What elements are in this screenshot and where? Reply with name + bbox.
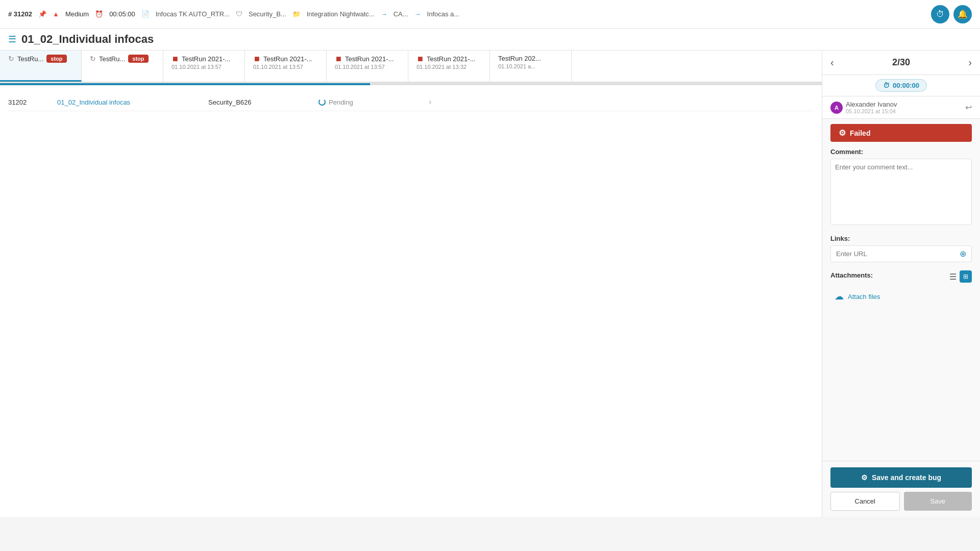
rp-nav-counter: 2/30 bbox=[892, 57, 910, 68]
row-chevron-icon: › bbox=[429, 97, 431, 107]
tab-2-name: TestRu... bbox=[99, 55, 125, 63]
attachments-section: Attachments: ☰ ⊞ ☁ Attach files bbox=[822, 266, 980, 310]
tab-1-spin: ↻ bbox=[8, 55, 14, 63]
top-header: # 31202 📌 ▲ Medium ⏰ 00:05:00 📄 Infocas … bbox=[0, 0, 980, 29]
grid-view-icon: ⊞ bbox=[963, 273, 968, 280]
links-label: Links: bbox=[830, 235, 972, 242]
comment-label: Comment: bbox=[830, 148, 972, 156]
tab-5[interactable]: ⏹ TestRun 2021-... 01.10.2021 at 13:57 bbox=[327, 51, 408, 82]
page-title-bar: ☰ 01_02_Individual infocas bbox=[0, 29, 980, 51]
tab-1-stop-button[interactable]: stop bbox=[46, 55, 66, 63]
attachments-header: Attachments: ☰ ⊞ bbox=[830, 270, 972, 283]
tab-3-fail-icon: ⏹ bbox=[172, 55, 179, 63]
shield-icon: 🛡 bbox=[236, 10, 242, 18]
url-input[interactable] bbox=[836, 250, 957, 258]
hamburger-icon[interactable]: ☰ bbox=[8, 34, 16, 45]
nav-arrow2: → bbox=[414, 10, 421, 18]
pin-icon: 📌 bbox=[38, 10, 46, 18]
row-status: Pending bbox=[318, 98, 421, 106]
cancel-button[interactable]: Cancel bbox=[830, 492, 900, 511]
clock-icon: ⏰ bbox=[95, 10, 103, 18]
tab-2[interactable]: ↻ TestRu... stop bbox=[82, 51, 163, 82]
tab-6-fail-icon: ⏹ bbox=[416, 55, 424, 63]
file3-label: Integration Nightwatc... bbox=[307, 10, 375, 18]
save-button[interactable]: Save bbox=[904, 492, 972, 511]
cloud-upload-icon: ☁ bbox=[835, 291, 844, 302]
timer-value: 00:00:00 bbox=[893, 82, 919, 89]
right-panel: ‹ 2/30 › ⏱ 00:00:00 A Alexander Ivanov 0… bbox=[822, 51, 980, 517]
tab-6-name: TestRun 2021-... bbox=[427, 55, 475, 63]
attach-files-area[interactable]: ☁ Attach files bbox=[830, 287, 972, 306]
tab-1-name: TestRu... bbox=[17, 55, 43, 63]
tab-4-name: TestRun 2021-... bbox=[263, 55, 312, 63]
attach-grid-view-button[interactable]: ⊞ bbox=[960, 270, 972, 283]
tab-3-name: TestRun 2021-... bbox=[182, 55, 230, 63]
tab-4[interactable]: ⏹ TestRun 2021-... 01.10.2021 at 13:57 bbox=[245, 51, 327, 82]
tab-6-date: 01.10.2021 at 13:32 bbox=[416, 64, 467, 70]
nav-prev-button[interactable]: ‹ bbox=[830, 57, 834, 68]
rp-user-row: A Alexander Ivanov 05.10.2021 at 15:04 ↩ bbox=[822, 96, 980, 119]
notifications-button[interactable]: 🔔 bbox=[953, 5, 972, 23]
avatar-initials: A bbox=[835, 105, 839, 111]
tab-2-stop-button[interactable]: stop bbox=[128, 55, 148, 63]
row-name[interactable]: 01_02_Individual infocas bbox=[57, 98, 200, 106]
row-suite: Security_B626 bbox=[208, 98, 310, 106]
timer-clock-icon: ⏱ bbox=[883, 82, 890, 89]
save-create-label: Save and create bug bbox=[872, 473, 941, 482]
tab-3-date: 01.10.2021 at 13:57 bbox=[172, 64, 222, 70]
url-add-button[interactable]: ⊕ bbox=[960, 249, 966, 259]
failed-gear-icon: ⚙ bbox=[839, 128, 846, 138]
user-info: Alexander Ivanov 05.10.2021 at 15:04 bbox=[846, 101, 897, 114]
failed-status-button[interactable]: ⚙ Failed bbox=[830, 124, 972, 142]
undo-button[interactable]: ↩ bbox=[965, 103, 972, 112]
folder-icon: 📁 bbox=[292, 10, 301, 18]
issue-number: # 31202 bbox=[8, 10, 32, 18]
tab-1[interactable]: ↻ TestRu... stop bbox=[0, 51, 82, 82]
tab-2-spin: ↻ bbox=[90, 55, 96, 63]
comment-textarea[interactable] bbox=[830, 159, 972, 225]
history-button[interactable]: ⏱ bbox=[931, 5, 949, 23]
timer-button[interactable]: ⏱ 00:00:00 bbox=[875, 79, 927, 92]
row-id: 31202 bbox=[8, 98, 49, 106]
url-input-row: ⊕ bbox=[830, 245, 972, 262]
tab-4-date: 01.10.2021 at 13:57 bbox=[253, 64, 303, 70]
rp-footer: ⚙ Save and create bug Cancel Save bbox=[822, 461, 980, 517]
rp-nav: ‹ 2/30 › bbox=[822, 51, 980, 75]
links-section: Links: ⊕ bbox=[822, 231, 980, 266]
failed-label: Failed bbox=[850, 129, 870, 137]
attachments-label: Attachments: bbox=[830, 271, 873, 279]
avatar: A bbox=[830, 102, 843, 114]
footer-row: Cancel Save bbox=[830, 492, 972, 511]
save-create-bug-button[interactable]: ⚙ Save and create bug bbox=[830, 467, 972, 488]
file2-label: Security_B... bbox=[249, 10, 286, 18]
breadcrumb2: Infocas a... bbox=[427, 10, 460, 18]
content-area: 31202 01_02_Individual infocas Security_… bbox=[0, 85, 822, 517]
nav-next-button[interactable]: › bbox=[968, 57, 972, 68]
comment-section: Comment: bbox=[822, 142, 980, 231]
page-title: 01_02_Individual infocas bbox=[21, 33, 154, 46]
rp-user: A Alexander Ivanov 05.10.2021 at 15:04 bbox=[830, 101, 897, 114]
tabs-bar: ↻ TestRu... stop ↻ TestRu... stop ⏹ Test… bbox=[0, 51, 822, 83]
attach-files-label: Attach files bbox=[848, 293, 880, 300]
tab-5-date: 01.10.2021 at 13:57 bbox=[335, 64, 385, 70]
list-view-icon: ☰ bbox=[949, 272, 957, 281]
status-label: Pending bbox=[329, 98, 353, 106]
spacer bbox=[822, 310, 980, 461]
time-value: 00:05:00 bbox=[109, 10, 135, 18]
tab-7-name: TestRun 202... bbox=[498, 55, 541, 62]
attach-icons: ☰ ⊞ bbox=[949, 270, 972, 283]
save-bug-gear-icon: ⚙ bbox=[861, 473, 868, 482]
tab-3[interactable]: ⏹ TestRun 2021-... 01.10.2021 at 13:57 bbox=[163, 51, 245, 82]
priority-arrow-icon: ▲ bbox=[53, 10, 59, 18]
tab-6[interactable]: ⏹ TestRun 2021-... 01.10.2021 at 13:32 bbox=[408, 51, 490, 82]
nav-arrow1: → bbox=[381, 10, 387, 18]
breadcrumb1: CA... bbox=[394, 10, 408, 18]
attach-list-view-button[interactable]: ☰ bbox=[949, 270, 957, 283]
user-name: Alexander Ivanov bbox=[846, 101, 897, 108]
bell-icon: 🔔 bbox=[958, 9, 968, 19]
main-layout: ↻ TestRu... stop ↻ TestRu... stop ⏹ Test… bbox=[0, 51, 980, 517]
doc-icon: 📄 bbox=[141, 10, 150, 18]
tab-7[interactable]: TestRun 202... 01.10.2021 a... bbox=[490, 51, 572, 82]
tab-5-name: TestRun 2021-... bbox=[345, 55, 394, 63]
table-row: 31202 01_02_Individual infocas Security_… bbox=[8, 93, 814, 111]
